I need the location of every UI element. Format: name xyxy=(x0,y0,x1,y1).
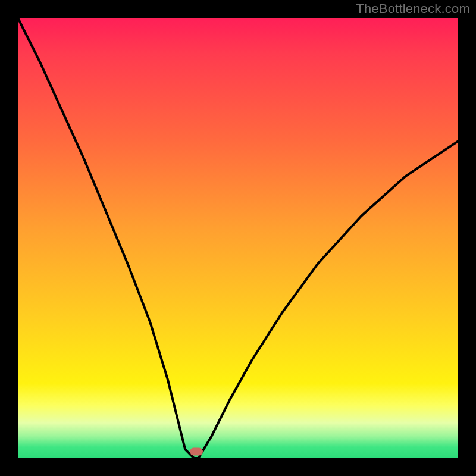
bottleneck-curve xyxy=(18,18,458,458)
chart-frame: TheBottleneck.com xyxy=(0,0,476,476)
plot-area xyxy=(18,18,458,458)
curve-path xyxy=(18,18,458,458)
watermark-text: TheBottleneck.com xyxy=(356,1,470,17)
optimal-marker xyxy=(190,447,203,455)
